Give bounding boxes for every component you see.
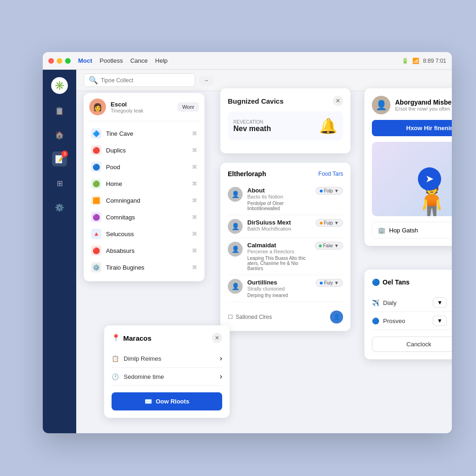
- footer-avatar: 👤: [330, 311, 343, 324]
- sidebar-inbox[interactable]: 📋: [52, 103, 67, 118]
- app-name-comningand: Comningand: [106, 197, 187, 204]
- absabsurs-icon: 🔴: [91, 245, 101, 256]
- app-name-pood: Pood: [106, 164, 187, 171]
- maracos-item-dimlp[interactable]: 📋 Dimlp Reimes ›: [112, 350, 222, 368]
- maximize-button[interactable]: [65, 58, 71, 64]
- profile-image-area: ➤ 🧍: [372, 142, 452, 216]
- app-name-home: Home: [106, 180, 187, 187]
- search-input[interactable]: [101, 77, 190, 84]
- tag-label-about: Folp: [324, 188, 333, 193]
- app-name-tiraio: Tiraio Bugines: [106, 264, 187, 271]
- minimize-button[interactable]: [57, 58, 62, 64]
- tag-dot-about: [320, 190, 323, 192]
- dialy-select-arrow: ▼: [437, 299, 443, 306]
- contact-sub-ourtillines: Strally clunioned: [247, 286, 311, 291]
- maracos-close-button[interactable]: ✕: [212, 333, 222, 343]
- app-item-duplics[interactable]: 🔴 Duplics ⌘: [89, 142, 199, 159]
- contact-info-about: About Bacto tis Notion Perdolpe of Olner…: [247, 187, 311, 211]
- app-item-home[interactable]: 🟢 Home ⌘: [89, 175, 199, 192]
- sidebar-notes[interactable]: 📝 3: [52, 152, 67, 166]
- footer-left: ☐ Salloned Clres: [228, 314, 272, 320]
- app-item-absabsurs[interactable]: 🔴 Absabsurs ⌘: [89, 242, 199, 259]
- user-name: Escol: [111, 101, 173, 108]
- wifi-icon: 📶: [412, 58, 419, 64]
- sedomine-label: Sedomine time: [124, 373, 164, 380]
- app-shortcut-pood: ⌘: [192, 164, 197, 170]
- menu-moct[interactable]: Moct: [78, 57, 92, 64]
- contact-tag-calmaidat[interactable]: Faiw ▼: [315, 242, 343, 250]
- menu-help[interactable]: Help: [155, 57, 168, 64]
- hop-icon: 🏢: [378, 227, 385, 234]
- dimlp-chevron-icon: ›: [220, 354, 222, 363]
- sidebar-home[interactable]: 🏠: [52, 127, 67, 142]
- maracos-item-left-dimlp: 📋 Dimlp Reimes: [112, 355, 161, 362]
- battery-icon: 🔋: [402, 58, 409, 64]
- food-tars-link[interactable]: Food Tars: [318, 171, 343, 177]
- time-display: 8:89 7:01: [423, 58, 446, 64]
- sidebar-settings[interactable]: ⚙️: [52, 200, 67, 215]
- contact-avatar-ourtillines: 👤: [228, 279, 243, 294]
- tag-dot-calmaidat: [319, 245, 322, 247]
- app-shortcut-duplics: ⌘: [192, 147, 197, 153]
- sidebar: ✳️ 📋 🏠 📝 3 ⊞ ⚙️: [43, 70, 76, 433]
- profile-info: Aborgyanıd Misbela Ersot the now/ you of…: [395, 99, 452, 112]
- tiraio-icon: ⚙️: [91, 262, 101, 272]
- app-name-tinecave: Tine Cave: [106, 130, 187, 137]
- search-input-wrapper[interactable]: 🔍: [84, 73, 195, 87]
- dialy-select[interactable]: ▼: [433, 298, 447, 308]
- menu-pootless[interactable]: Pootless: [99, 57, 123, 64]
- organized-close-button[interactable]: ✕: [333, 96, 343, 106]
- maracos-item-sedomine[interactable]: 🕐 Sedomine time ›: [112, 368, 222, 386]
- work-button[interactable]: Wonr: [178, 102, 199, 112]
- app-shortcut-absabsurs: ⌘: [192, 248, 197, 254]
- contact-about: 👤 About Bacto tis Notion Perdolpe of Oln…: [228, 183, 343, 215]
- oeltans-footer: Canclock 🔍: [372, 337, 452, 352]
- selucouss-icon: 🔺: [91, 229, 101, 239]
- cancel-button[interactable]: Canclock: [372, 337, 452, 352]
- menu-cance[interactable]: Cance: [130, 57, 148, 64]
- tag-dot-dirsuiuss: [320, 222, 323, 225]
- search-submit-button[interactable]: →: [199, 76, 213, 85]
- app-item-tiraio[interactable]: ⚙️ Tiraio Bugines ⌘: [89, 259, 199, 276]
- user-avatar: 👩: [89, 99, 106, 115]
- contact-sub-dirsuiuss: Balch Mochification: [247, 226, 311, 231]
- open-roots-button[interactable]: ✉️ Oow Rloots: [112, 392, 222, 410]
- contact-tag-dirsuiuss[interactable]: Fuip ▼: [316, 219, 343, 227]
- profile-action-button[interactable]: Hxow Hir finening: [372, 120, 452, 136]
- menu-right: 🔋 📶 8:89 7:01: [402, 58, 446, 64]
- dimlp-icon: 📋: [112, 355, 119, 362]
- app-logo[interactable]: ✳️: [51, 77, 68, 94]
- notification-card: Revecation Nev meath 🔔: [228, 112, 343, 140]
- profile-header: 👤 Aborgyanıd Misbela Ersot the now/ you …: [372, 96, 452, 114]
- app-item-pood[interactable]: 🔵 Pood ⌘: [89, 159, 199, 175]
- oeltans-title: 🔵 Oel Tans: [372, 278, 410, 286]
- menu-bar: Moct Pootless Cance Help: [78, 57, 168, 64]
- contact-tag-ourtillines[interactable]: Fuiy ▼: [316, 279, 343, 287]
- organized-panel: Bugnized Cavics ✕ Revecation Nev meath 🔔: [220, 88, 350, 153]
- hop-label: Hop Gatsh: [389, 227, 418, 234]
- app-list-panel: 👩 Escol Tinegooly leak Wonr 🔷 Tine Cave …: [84, 93, 205, 281]
- contact-sub-calmaidat: Perceree a Reectors: [247, 249, 310, 254]
- contact-avatar-calmaidat: 👤: [228, 242, 243, 257]
- app-item-comnitags[interactable]: 🟣 Comnitags ⌘: [89, 209, 199, 225]
- user-info: Escol Tinegooly leak: [111, 101, 173, 113]
- contact-avatar-dirsuiuss: 👤: [228, 219, 243, 234]
- notif-title: Nev meath: [233, 125, 313, 133]
- close-button[interactable]: [48, 58, 54, 64]
- app-name-absabsurs: Absabsurs: [106, 247, 187, 254]
- hop-row[interactable]: 🏢 Hop Gatsh ▼: [372, 222, 452, 238]
- prosveo-select[interactable]: ▼: [433, 316, 447, 326]
- app-item-tinecave[interactable]: 🔷 Tine Cave ⌘: [89, 125, 199, 142]
- contact-calmaidat: 👤 Calmaidat Perceree a Reectors Leaping …: [228, 238, 343, 275]
- prosveo-label-text: Prosveo: [383, 317, 405, 324]
- open-roots-icon: ✉️: [145, 398, 152, 405]
- app-shortcut-comningand: ⌘: [192, 198, 197, 204]
- footer-text: Salloned Clres: [236, 314, 272, 320]
- app-item-comningand[interactable]: 🟧 Comningand ⌘: [89, 192, 199, 209]
- app-item-selucouss[interactable]: 🔺 Selucouss ⌘: [89, 225, 199, 242]
- app-shortcut-comnitags: ⌘: [192, 214, 197, 220]
- contact-info-dirsuiuss: DirSuiuss Mext Balch Mochification: [247, 219, 311, 231]
- contact-tag-about[interactable]: Folp ▼: [316, 187, 343, 195]
- pood-icon: 🔵: [91, 162, 101, 172]
- sidebar-grid[interactable]: ⊞: [52, 176, 67, 191]
